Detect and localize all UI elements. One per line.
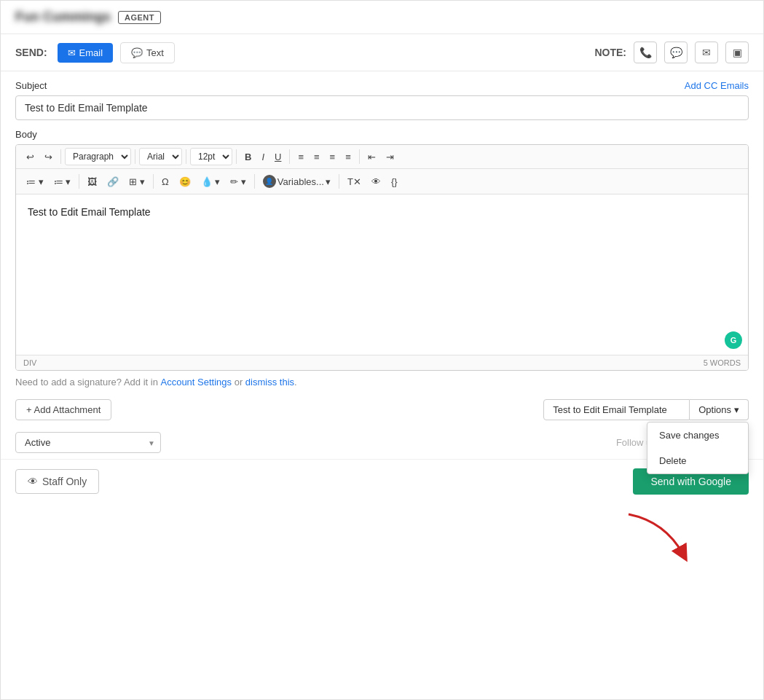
options-chevron-icon: ▾: [734, 404, 739, 415]
header: Fun Cummings AGENT: [1, 1, 763, 34]
active-select[interactable]: Active: [15, 432, 161, 453]
dismiss-link[interactable]: dismiss this: [245, 377, 294, 388]
outdent-button[interactable]: ⇤: [363, 149, 380, 165]
align-center-button[interactable]: ≡: [310, 149, 324, 165]
template-select-wrapper: Test to Edit Email Template ▼ Options ▾ …: [543, 399, 749, 420]
align-left-button[interactable]: ≡: [294, 149, 308, 165]
highlight-button[interactable]: ✏ ▾: [226, 173, 251, 190]
align-right-button[interactable]: ≡: [326, 149, 340, 165]
active-select-wrapper: Active ▼: [15, 432, 161, 453]
editor-body[interactable]: Test to Edit Email Template G: [16, 194, 748, 355]
agent-badge: AGENT: [118, 11, 161, 24]
toolbar-divider-1: [60, 149, 61, 164]
indent-button[interactable]: ⇥: [382, 149, 398, 165]
preview-button[interactable]: 👁: [367, 173, 385, 190]
editor-container: ↩ ↪ Paragraph Arial 12pt B I U: [15, 144, 749, 371]
signature-text-middle: or: [232, 377, 245, 388]
toolbar-divider-5: [289, 149, 290, 164]
undo-button[interactable]: ↩: [22, 149, 39, 165]
add-attachment-button[interactable]: + Add Attachment: [15, 399, 111, 420]
color-button[interactable]: 💧 ▾: [197, 173, 225, 190]
clear-format-button[interactable]: T✕: [343, 173, 366, 190]
variables-label: Variables...: [277, 176, 324, 187]
send-row: SEND: ✉ Email 💬 Text NOTE: 📞 💬 ✉ ▣: [1, 34, 763, 71]
red-arrow-annotation: [621, 507, 694, 568]
email-icon: ✉: [68, 47, 76, 58]
main-container: Fun Cummings AGENT SEND: ✉ Email 💬 Text …: [0, 0, 764, 700]
send-label: SEND:: [15, 47, 47, 58]
subject-header: Subject Add CC Emails: [15, 80, 749, 91]
toolbar-divider-6: [359, 149, 360, 164]
symbol-button[interactable]: Ω: [157, 173, 173, 190]
square-icon: ▣: [733, 47, 742, 58]
staff-only-label: Staff Only: [42, 476, 87, 487]
body-label: Body: [15, 129, 749, 140]
font-select[interactable]: Arial: [139, 148, 182, 165]
chat-icon: 💬: [670, 47, 682, 58]
mail-note-icon: ✉: [702, 47, 711, 58]
editor-content: Test to Edit Email Template: [28, 206, 736, 218]
text-icon: 💬: [131, 47, 143, 58]
attachment-row: + Add Attachment Test to Edit Email Temp…: [1, 393, 763, 426]
toolbar-divider-9: [254, 174, 255, 189]
subject-label: Subject: [15, 80, 47, 91]
link-button[interactable]: 🔗: [103, 173, 123, 190]
div-indicator: DIV: [23, 358, 36, 367]
options-label: Options: [698, 404, 731, 415]
unordered-list-button[interactable]: ≔ ▾: [50, 173, 76, 190]
bold-button[interactable]: B: [240, 149, 256, 165]
phone-icon: 📞: [639, 47, 652, 58]
editor-footer: DIV 5 WORDS: [16, 355, 748, 370]
delete-item[interactable]: Delete: [647, 448, 748, 473]
toolbar-divider-2: [135, 149, 135, 164]
email-button[interactable]: ✉ Email: [58, 43, 114, 63]
chat-note-button[interactable]: 💬: [664, 42, 688, 63]
send-left: SEND: ✉ Email 💬 Text: [15, 42, 175, 63]
square-note-button[interactable]: ▣: [725, 42, 749, 63]
source-button[interactable]: {}: [387, 173, 402, 190]
save-changes-item[interactable]: Save changes: [647, 422, 748, 448]
email-button-label: Email: [79, 47, 103, 58]
toolbar-divider-3: [186, 149, 186, 164]
add-cc-link[interactable]: Add CC Emails: [685, 80, 749, 91]
template-select[interactable]: Test to Edit Email Template: [543, 399, 690, 420]
subject-section: Subject Add CC Emails: [1, 71, 763, 120]
toolbar-divider-7: [79, 174, 79, 189]
table-button[interactable]: ⊞ ▾: [125, 173, 149, 190]
toolbar-row1: ↩ ↪ Paragraph Arial 12pt B I U: [16, 145, 748, 169]
grammarly-icon: G: [725, 331, 742, 349]
paragraph-select[interactable]: Paragraph: [65, 148, 131, 165]
variables-button[interactable]: 👤 Variables... ▾: [259, 172, 335, 191]
subject-input[interactable]: [15, 95, 749, 120]
signature-text-after: .: [294, 377, 297, 388]
user-name: Fun Cummings: [15, 9, 111, 25]
redo-button[interactable]: ↪: [40, 149, 57, 165]
signature-notice: Need to add a signature? Add it in Accou…: [1, 371, 763, 393]
text-button[interactable]: 💬 Text: [120, 42, 175, 63]
text-button-label: Text: [146, 47, 164, 58]
italic-button[interactable]: I: [257, 149, 269, 165]
toolbar-row2: ≔ ▾ ≔ ▾ 🖼 🔗 ⊞ ▾ Ω 😊 💧 ▾ ✏ ▾ 👤 Variables.…: [16, 169, 748, 194]
email-note-button[interactable]: ✉: [695, 42, 718, 63]
word-count: 5 WORDS: [704, 358, 741, 367]
account-settings-link[interactable]: Account Settings: [160, 377, 232, 388]
align-justify-button[interactable]: ≡: [341, 149, 355, 165]
ordered-list-button[interactable]: ≔ ▾: [22, 173, 48, 190]
staff-eye-icon: 👁: [28, 476, 38, 487]
options-wrapper: Options ▾ Save changes Delete: [690, 399, 749, 420]
emoji-button[interactable]: 😊: [175, 173, 195, 190]
staff-only-button[interactable]: 👁 Staff Only: [15, 469, 99, 494]
options-dropdown: Save changes Delete: [647, 422, 749, 474]
toolbar-divider-4: [236, 149, 237, 164]
image-button[interactable]: 🖼: [83, 173, 101, 190]
note-label: NOTE:: [594, 47, 626, 58]
note-right: NOTE: 📞 💬 ✉ ▣: [594, 42, 749, 63]
size-select[interactable]: 12pt: [190, 148, 232, 165]
underline-button[interactable]: U: [270, 149, 285, 165]
body-section: Body ↩ ↪ Paragraph Arial 12pt B: [1, 120, 763, 371]
avatar-icon: 👤: [263, 175, 276, 188]
options-button[interactable]: Options ▾: [690, 399, 749, 420]
signature-text-before: Need to add a signature? Add it in: [15, 377, 160, 388]
phone-note-button[interactable]: 📞: [634, 42, 657, 63]
toolbar-divider-10: [339, 174, 339, 189]
